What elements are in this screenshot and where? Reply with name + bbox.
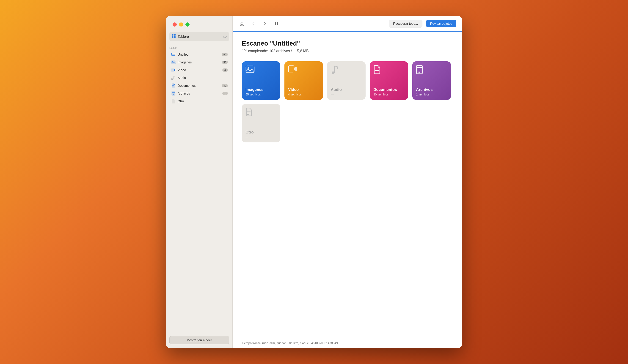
sidebar-footer: Mostrar en Finder [166, 332, 233, 348]
card-documentos-name: Documentos [373, 87, 404, 92]
svg-rect-28 [289, 66, 294, 72]
card-archivos[interactable]: Archivos 1 archivos [412, 61, 451, 100]
review-objects-button[interactable]: Revisar objetos [426, 20, 457, 27]
svg-rect-3 [174, 36, 176, 38]
svg-line-31 [334, 66, 338, 67]
status-bar: Tiempo transcurrido <1m, quedan ~0h12m, … [233, 338, 462, 348]
page-content: Escaneo "Untitled" 1% completado: 102 ar… [233, 32, 462, 338]
card-video-icon [288, 65, 297, 75]
sidebar-archivos-badge: 1 [222, 92, 228, 95]
sidebar-item-imagenes[interactable]: Imágenes 55 [167, 58, 231, 66]
card-imagenes-count: 55 archivos [245, 93, 277, 96]
status-text: Tiempo transcurrido <1m, quedan ~0h12m, … [242, 341, 338, 345]
svg-point-4 [223, 35, 227, 38]
svg-rect-9 [171, 61, 175, 64]
back-button[interactable] [250, 20, 257, 27]
cards-grid: Imágenes 55 archivos Vídeo 4 archivos [242, 61, 453, 142]
svg-rect-11 [171, 69, 174, 71]
sidebar-video-label: Vídeo [178, 68, 222, 72]
card-documentos[interactable]: Documentos 30 archivos [370, 61, 408, 100]
card-otro-name: Otro [245, 130, 277, 135]
toolbar: Recuperar todo... Revisar objetos [233, 16, 462, 32]
card-imagenes-name: Imágenes [245, 87, 277, 92]
card-video-name: Vídeo [288, 87, 319, 92]
card-archivos-count: 1 archivos [416, 93, 447, 96]
sidebar-video-badge: 4 [222, 68, 228, 72]
scan-subtitle: 1% completado: 102 archivos / 115,8 MB [242, 49, 453, 53]
video-icon [171, 67, 176, 72]
home-button[interactable] [238, 20, 246, 27]
sidebar-imagenes-badge: 55 [222, 61, 228, 64]
card-archivos-name: Archivos [416, 87, 447, 92]
minimize-button[interactable] [179, 22, 183, 27]
archive-icon [171, 91, 176, 96]
svg-rect-17 [172, 91, 175, 95]
sidebar-item-tablero[interactable]: Tablero [169, 32, 229, 41]
svg-rect-0 [172, 34, 173, 36]
svg-point-27 [247, 67, 249, 69]
window-body: Tablero Result. [166, 16, 462, 348]
card-documentos-count: 30 archivos [373, 93, 404, 96]
card-archivos-icon [416, 65, 423, 76]
pause-button[interactable] [273, 20, 280, 27]
svg-line-13 [174, 76, 175, 76]
sidebar-documentos-badge: 30 [222, 84, 228, 87]
card-audio-icon [331, 65, 338, 76]
maximize-button[interactable] [185, 22, 190, 27]
card-audio-name: Audio [331, 87, 362, 92]
card-audio-count: — [331, 93, 362, 96]
doc-icon [171, 83, 176, 88]
other-icon [171, 99, 176, 104]
svg-point-29 [332, 71, 334, 74]
sidebar-documentos-label: Documentos [178, 84, 222, 87]
drive-icon [171, 52, 176, 57]
traffic-lights [173, 22, 190, 27]
svg-rect-25 [277, 22, 278, 25]
spinner-icon [223, 34, 227, 39]
svg-rect-24 [275, 22, 276, 25]
card-imagenes[interactable]: Imágenes 55 archivos [242, 61, 280, 100]
main-content: Recuperar todo... Revisar objetos Escane… [233, 16, 462, 348]
sidebar-untitled-label: Untitled [178, 53, 222, 56]
card-otro-count: — [245, 135, 277, 139]
sidebar-item-archivos[interactable]: Archivos 1 [167, 90, 231, 97]
sidebar-imagenes-label: Imágenes [178, 61, 222, 64]
card-otro-icon [245, 108, 252, 118]
sidebar-audio-label: Audio [178, 76, 228, 80]
card-video-count: 4 archivos [288, 93, 319, 96]
recover-all-button[interactable]: Recuperar todo... [389, 20, 422, 27]
card-photo-icon [245, 65, 255, 75]
scan-title: Escaneo "Untitled" [242, 40, 453, 47]
sidebar-section-label: Result. [166, 44, 233, 51]
sidebar: Tablero Result. [166, 16, 233, 348]
card-video[interactable]: Vídeo 4 archivos [284, 61, 323, 100]
svg-rect-7 [172, 55, 173, 56]
sidebar-item-documentos[interactable]: Documentos 30 [167, 82, 231, 90]
forward-button[interactable] [261, 20, 269, 27]
music-icon [171, 75, 176, 80]
sidebar-otro-label: Otro [178, 99, 228, 103]
tablero-label: Tablero [178, 35, 189, 38]
svg-rect-8 [174, 55, 175, 56]
sidebar-item-otro[interactable]: Otro [167, 97, 231, 105]
card-otro[interactable]: Otro — [242, 104, 280, 142]
sidebar-archivos-label: Archivos [178, 92, 222, 95]
photo-icon [171, 60, 176, 65]
svg-rect-2 [172, 36, 173, 38]
close-button[interactable] [173, 22, 177, 27]
card-documentos-icon [373, 65, 381, 76]
grid-icon [172, 34, 176, 39]
sidebar-untitled-badge: 90 [222, 53, 228, 56]
sidebar-item-untitled[interactable]: Untitled 90 [167, 51, 231, 58]
svg-rect-1 [174, 34, 176, 36]
app-window: Tablero Result. [166, 16, 462, 348]
svg-rect-26 [246, 66, 254, 72]
sidebar-item-video[interactable]: Vídeo 4 [167, 66, 231, 74]
card-audio[interactable]: Audio — [327, 61, 366, 100]
show-finder-button[interactable]: Mostrar en Finder [169, 336, 229, 344]
sidebar-item-audio[interactable]: Audio [167, 74, 231, 82]
sidebar-header: Tablero [166, 32, 233, 44]
